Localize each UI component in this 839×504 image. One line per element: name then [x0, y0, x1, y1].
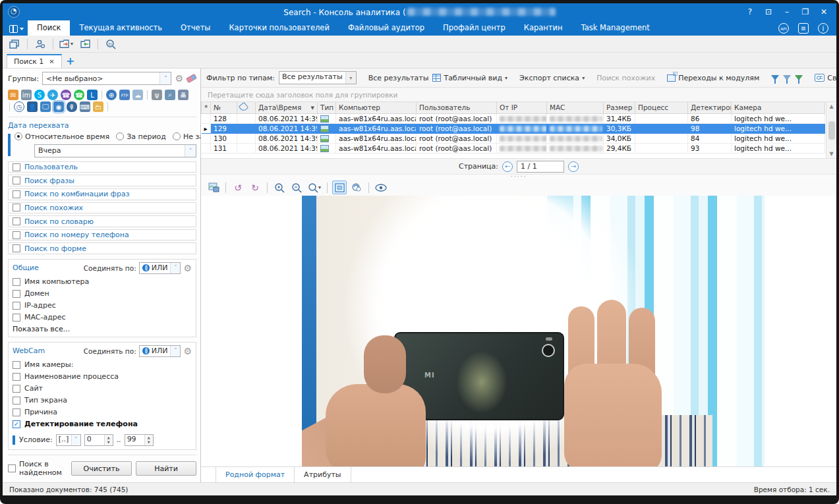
col-detect[interactable]: Детектирова [688, 102, 732, 113]
filter-phrase[interactable]: Поиск фразы [8, 175, 196, 186]
image-settings-button[interactable] [349, 181, 364, 194]
usb-icon[interactable]: ψ [152, 90, 162, 100]
table-view-dropdown[interactable]: Табличный вид▾ [432, 74, 507, 82]
radio-not-set[interactable] [173, 132, 181, 140]
microphone-icon[interactable]: 🎙 [67, 101, 77, 112]
minimize-button[interactable]: – [778, 5, 796, 18]
chevron-down-icon[interactable]: ˅ [170, 263, 180, 273]
filter-phrase-combination[interactable]: Поиск по комбинации фраз [8, 188, 196, 200]
user-activity-icon[interactable]: 👤 [27, 101, 38, 112]
user-properties-button[interactable]: Свойства пользо... [815, 74, 836, 82]
groups-select[interactable]: <Не выбрано> ˅ [42, 72, 171, 85]
export-search-button[interactable]: ▾ [58, 37, 74, 51]
chevron-down-icon[interactable]: ˅ [71, 435, 80, 445]
chevron-down-icon[interactable]: ˅ [185, 145, 196, 157]
menu-tab-reports[interactable]: Отчеты [171, 20, 219, 36]
mail-icon[interactable]: ✉ [8, 90, 18, 100]
clear-button[interactable]: Очистить [71, 461, 132, 476]
next-page-button[interactable]: → [568, 161, 579, 172]
date-preset-select[interactable]: Вчера ˅ [34, 144, 196, 157]
common-domain[interactable]: Домен [13, 288, 192, 300]
menu-tab-profile-center[interactable]: Профайл центр [434, 20, 515, 36]
col-user[interactable]: Пользователь [417, 102, 497, 113]
filter-funnel-icon[interactable] [771, 75, 779, 80]
checkbox[interactable] [13, 290, 20, 298]
radio-period[interactable] [116, 132, 124, 140]
filter-dictionary[interactable]: Поиск по словарю [8, 215, 196, 227]
webcam-phone-detection[interactable]: ✓Детектирование телефона [13, 418, 192, 430]
all-results-button[interactable]: Все результаты [368, 74, 429, 82]
col-size[interactable]: Размер [604, 102, 635, 113]
checkbox[interactable] [13, 361, 20, 369]
import-search-button[interactable] [77, 37, 93, 51]
webcam-site[interactable]: Сайт [13, 383, 192, 395]
help-button[interactable]: ? [741, 5, 759, 18]
image-viewer[interactable]: MI [201, 196, 836, 466]
checkbox[interactable] [13, 408, 20, 416]
scroll-thumb[interactable] [828, 121, 835, 140]
common-join-select[interactable]: ИЛИ ˅ [139, 262, 181, 274]
scroll-down-icon[interactable]: ▼ [829, 151, 833, 157]
col-ip[interactable]: От IP [497, 102, 547, 113]
save-image-button[interactable] [206, 181, 221, 194]
export-list-dropdown[interactable]: Экспорт списка▾ [519, 74, 585, 82]
checkbox[interactable] [13, 278, 20, 286]
ftp-icon[interactable]: FTP [119, 90, 130, 100]
checkbox[interactable] [13, 177, 20, 184]
radio-relative-time[interactable] [14, 132, 22, 140]
checkbox[interactable] [13, 231, 20, 239]
go-to-modules-button[interactable]: Переходы к модулям [667, 74, 759, 82]
rotate-left-button[interactable]: ↺ [231, 181, 245, 194]
collapse-ribbon-button[interactable]: ⊡ [760, 5, 777, 18]
checkbox[interactable] [13, 302, 20, 310]
eye-preview-button[interactable] [374, 181, 388, 194]
close-tab-icon[interactable]: ✕ [49, 58, 54, 65]
search-by-id-button[interactable]: ID [103, 37, 119, 51]
prev-page-button[interactable]: ← [502, 161, 513, 172]
common-settings-icon[interactable]: ⚙ [183, 264, 192, 273]
webcam-settings-icon[interactable]: ⚙ [183, 347, 192, 356]
api-icon[interactable]: API [778, 23, 789, 34]
lync-icon[interactable]: L [87, 90, 98, 100]
common-ip-address[interactable]: IP-адрес [13, 300, 192, 312]
col-mac[interactable]: MAC [547, 102, 604, 113]
zoom-level-dropdown[interactable]: ▾ [306, 181, 322, 194]
cloud-icon[interactable]: ☁ [132, 90, 143, 100]
printer-icon[interactable]: 🖶 [178, 90, 188, 100]
info-icon[interactable]: i [818, 23, 828, 34]
table-row[interactable]: 128 08.06.2021 14:39:41 aas-w81x64ru.aas… [202, 113, 825, 123]
tab-attributes[interactable]: Атрибуты [295, 467, 351, 482]
filter-phone-number[interactable]: Поиск по номеру телефона [8, 229, 196, 241]
modules-cube-icon[interactable]: ⧈ [798, 23, 809, 34]
col-computer[interactable]: Компьютер [336, 102, 417, 113]
page-input[interactable]: 1 / 1 [517, 161, 564, 173]
condition-operator-select[interactable]: [..] ˅ [56, 434, 81, 446]
zoom-out-button[interactable] [289, 181, 304, 194]
whatsapp-icon[interactable]: ☎ [74, 90, 84, 100]
search-in-found-checkbox[interactable]: Поиск в найденном [8, 460, 67, 477]
scroll-up-icon[interactable]: ▲ [829, 103, 833, 109]
checkbox[interactable] [13, 190, 20, 198]
common-mac-address[interactable]: MAC-адрес [13, 312, 192, 323]
common-computer-name[interactable]: Имя компьютера [13, 276, 192, 288]
find-button[interactable]: Найти [136, 461, 196, 476]
menu-tab-task-management[interactable]: Task Management [572, 20, 659, 36]
checkbox[interactable] [13, 163, 20, 171]
add-tab-button[interactable]: + [62, 54, 79, 68]
menu-tab-search[interactable]: Поиск [28, 20, 70, 36]
close-button[interactable]: ✕ [815, 5, 832, 18]
checkbox[interactable] [13, 244, 20, 252]
rotate-right-button[interactable]: ↻ [248, 181, 262, 194]
fit-to-window-button[interactable] [332, 181, 347, 194]
checkbox-checked[interactable]: ✓ [13, 420, 20, 428]
spinner-arrows[interactable]: ▲▼ [104, 435, 113, 445]
webcam-icon[interactable]: ◉ [53, 101, 64, 112]
filter-funnel-clear-icon[interactable] [783, 75, 791, 80]
monitor-icon[interactable]: 🖵 [40, 101, 51, 112]
filter-funnel-color-icon[interactable] [795, 75, 803, 80]
skype-icon[interactable]: S [34, 90, 45, 100]
filter-form[interactable]: Поиск по форме [8, 242, 196, 254]
chevron-down-icon[interactable]: ˅ [170, 346, 180, 356]
col-num[interactable]: № [211, 102, 237, 113]
spinner-arrows[interactable]: ▲▼ [144, 435, 153, 445]
